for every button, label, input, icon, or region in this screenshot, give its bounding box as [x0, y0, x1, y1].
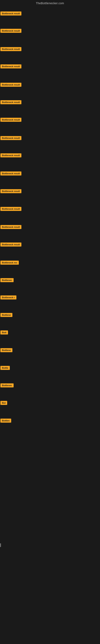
bottleneck-item[interactable]: Bottleneck result — [0, 47, 21, 52]
bottleneck-badge: Bottlen — [0, 418, 11, 422]
bottleneck-item[interactable]: Bottleneck result — [0, 29, 21, 34]
bottleneck-badge: Bottlenec — [0, 278, 14, 282]
bottleneck-item[interactable]: Bot — [0, 401, 7, 406]
bottleneck-item[interactable]: Bottlene — [0, 348, 12, 353]
bottleneck-badge: Bottle — [0, 366, 10, 370]
bottleneck-item[interactable]: Bott — [0, 330, 8, 335]
bottleneck-item[interactable]: Bottleneck result — [0, 12, 21, 16]
bottleneck-badge: Bottleneck result — [0, 225, 21, 229]
bottleneck-item[interactable]: Bottleneck result — [0, 153, 21, 158]
cursor-line — [0, 544, 1, 547]
bottleneck-item[interactable]: Bottlen — [0, 418, 11, 424]
bottleneck-badge: Bottleneck result — [0, 100, 21, 104]
bottleneck-item[interactable]: Bottleneck r — [0, 296, 16, 300]
bottleneck-badge: Bottleneck result — [0, 153, 21, 158]
bottleneck-item[interactable]: Bottlene — [0, 313, 12, 318]
bottleneck-item[interactable]: Bottleneck result — [0, 189, 21, 194]
bottleneck-badge: Bottleneck result — [0, 189, 21, 193]
bottleneck-badge: Bottleneck res — [0, 260, 19, 265]
site-title: TheBottlenecker.com — [36, 2, 64, 5]
bottleneck-badge: Bot — [0, 401, 7, 405]
bottleneck-item[interactable]: Bottleneck res — [0, 260, 19, 266]
bottleneck-badge: Bottlenec — [0, 384, 14, 388]
bottleneck-item[interactable]: Bottle — [0, 366, 10, 371]
bottleneck-badge: Bottleneck r — [0, 296, 16, 300]
bottleneck-badge: Bottleneck result — [0, 12, 21, 16]
bottleneck-item[interactable]: Bottleneck result — [0, 172, 21, 176]
bottleneck-item[interactable]: Bottlenec — [0, 384, 14, 388]
bottleneck-item[interactable]: Bottleneck result — [0, 136, 21, 141]
bottleneck-badge: Bottleneck result — [0, 242, 21, 246]
bottleneck-item[interactable]: Bottleneck result — [0, 242, 21, 247]
bottleneck-item[interactable]: Bottleneck result — [0, 100, 21, 105]
bottleneck-badge: Bottlene — [0, 313, 12, 317]
bottleneck-badge: Bottleneck result — [0, 64, 21, 68]
bottleneck-badge: Bottleneck result — [0, 136, 21, 140]
site-header: TheBottlenecker.com — [0, 0, 100, 7]
bottleneck-badge: Bottleneck result — [0, 29, 21, 33]
bottleneck-item[interactable]: Bottleneck result — [0, 64, 21, 69]
bottleneck-item[interactable]: Bottleneck result — [0, 207, 21, 212]
bottleneck-badge: Bott — [0, 330, 8, 334]
bottleneck-item[interactable]: Bottleneck result — [0, 225, 21, 230]
bottleneck-badge: Bottleneck result — [0, 118, 21, 122]
bottleneck-badge: Bottleneck result — [0, 207, 21, 211]
bottleneck-item[interactable]: Bottleneck result — [0, 83, 21, 88]
bottleneck-item[interactable]: Bottlenec — [0, 278, 14, 283]
bottleneck-badge: Bottlene — [0, 348, 12, 352]
bottleneck-item[interactable]: Bottleneck result — [0, 118, 21, 122]
bottleneck-badge: Bottleneck result — [0, 172, 21, 176]
bottleneck-badge: Bottleneck result — [0, 83, 21, 87]
bottleneck-badge: Bottleneck result — [0, 47, 21, 51]
